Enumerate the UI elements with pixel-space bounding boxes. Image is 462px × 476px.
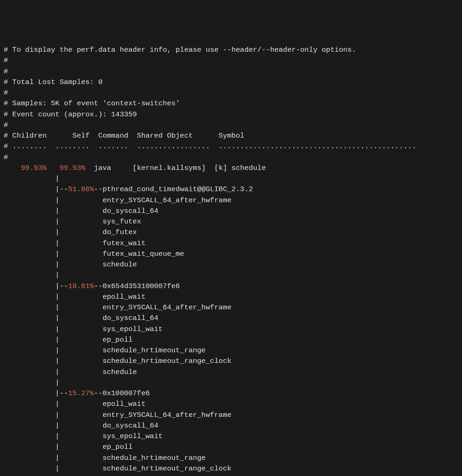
tree-connector: | <box>4 174 458 184</box>
stack-function: do_syscall_64 <box>103 422 158 430</box>
tree-stack-prefix: | <box>4 411 103 419</box>
branch-function: pthread_cond_timedwait@@GLIBC_2.3.2 <box>103 185 253 193</box>
callgraph-stack-entry: | schedule <box>4 367 458 378</box>
callgraph-stack-entry: | do_syscall_64 <box>4 421 458 431</box>
header-line-10: # <box>4 153 8 162</box>
callgraph-stack-entry: | schedule_hrtimeout_range <box>4 453 458 464</box>
header-line-0: # To display the perf.data header info, … <box>4 46 356 54</box>
stack-function: do_futex <box>103 228 137 236</box>
tree-branch-prefix: |-- <box>4 282 68 290</box>
callgraph-stack-entry: | ep_poll <box>4 442 458 452</box>
stack-function: futex_wait <box>103 239 146 247</box>
tree-stack-prefix: | <box>4 464 103 473</box>
header-line-1: # <box>4 56 8 65</box>
header-row: # <box>4 88 458 98</box>
header-line-4: # <box>4 89 8 97</box>
self-pct: 99.93% <box>60 164 85 172</box>
header-row: # Samples: 5K of event 'context-switches… <box>4 98 458 109</box>
header-row: # <box>4 55 458 66</box>
callgraph-stack-entry: | epoll_wait <box>4 292 458 302</box>
callgraph-stack-entry: | entry_SYSCALL_64_after_hwframe <box>4 410 458 421</box>
tree-stack-prefix: | <box>4 314 103 322</box>
header-line-7: # <box>4 121 8 129</box>
tree-stack-prefix: | <box>4 207 103 215</box>
shared-object: [kernel.kallsyms] <box>133 164 206 172</box>
callgraph-stack-entry: | do_syscall_64 <box>4 206 458 217</box>
tree-pipe: | <box>4 271 60 279</box>
tree-branch-prefix: |-- <box>4 389 68 398</box>
branch-pct: 51.86% <box>68 185 94 193</box>
header-line-5: # Samples: 5K of event 'context-switches… <box>4 99 180 108</box>
callgraph-stack-entry: | futex_wait_queue_me <box>4 249 458 259</box>
header-line-3: # Total Lost Samples: 0 <box>4 78 103 86</box>
tree-pipe: | <box>4 175 60 183</box>
tree-stack-prefix: | <box>4 239 103 247</box>
tree-stack-prefix: | <box>4 432 103 440</box>
tree-stack-prefix: | <box>4 346 103 355</box>
stack-function: sys_futex <box>103 217 141 226</box>
tree-connector: | <box>4 378 458 388</box>
callgraph-stack-entry: | epoll_wait <box>4 399 458 410</box>
tree-branch-prefix: |-- <box>4 185 68 193</box>
tree-connector: | <box>4 270 458 281</box>
stack-function: ep_poll <box>103 336 133 344</box>
tree-stack-prefix: | <box>4 303 103 312</box>
header-line-2: # <box>4 67 8 76</box>
children-pct: 99.93% <box>21 164 47 172</box>
callgraph-stack-entry: | sys_epoll_wait <box>4 431 458 442</box>
callgraph-stack-entry: | sys_futex <box>4 217 458 227</box>
tree-stack-prefix: | <box>4 217 103 226</box>
perf-report-output: # To display the perf.data header info, … <box>4 45 458 476</box>
callgraph-stack-entry: | do_futex <box>4 227 458 238</box>
tree-stack-prefix: | <box>4 325 103 333</box>
tree-stack-prefix: | <box>4 400 103 408</box>
callgraph-stack-entry: | entry_SYSCALL_64_after_hwframe <box>4 302 458 313</box>
header-row: # Total Lost Samples: 0 <box>4 77 458 88</box>
stack-function: sys_epoll_wait <box>103 325 163 333</box>
callgraph-branch: |--51.86%--pthread_cond_timedwait@@GLIBC… <box>4 184 458 195</box>
callgraph-stack-entry: | schedule_hrtimeout_range_clock <box>4 464 458 474</box>
stack-function: schedule_hrtimeout_range_clock <box>103 464 231 473</box>
header-row: # Event count (approx.): 143359 <box>4 109 458 120</box>
callgraph-stack-entry: | sys_epoll_wait <box>4 324 458 335</box>
top-sample-row: 99.93% 99.93% java [kernel.kallsyms] [k]… <box>4 163 458 174</box>
tree-pipe: | <box>4 379 60 387</box>
callgraph-stack-entry: | schedule_hrtimeout_range <box>4 345 458 356</box>
tree-stack-prefix: | <box>4 228 103 236</box>
callgraph-stack-entry: | futex_wait <box>4 238 458 249</box>
stack-function: entry_SYSCALL_64_after_hwframe <box>103 411 231 419</box>
stack-function: sys_epoll_wait <box>103 432 163 440</box>
symbol: [k] schedule <box>214 164 266 172</box>
stack-function: do_syscall_64 <box>103 314 158 322</box>
header-row: # ........ ........ ....... ............… <box>4 141 458 152</box>
header-line-8: # Children Self Command Shared Object Sy… <box>4 132 244 140</box>
stack-function: do_syscall_64 <box>103 207 158 215</box>
stack-function: epoll_wait <box>103 400 146 408</box>
stack-function: epoll_wait <box>103 293 146 301</box>
callgraph-stack-entry: | schedule <box>4 259 458 270</box>
tree-stack-prefix: | <box>4 422 103 430</box>
stack-function: schedule_hrtimeout_range_clock <box>103 357 231 365</box>
callgraph-branch: |--15.27%--0x100007fe6 <box>4 388 458 399</box>
tree-stack-prefix: | <box>4 443 103 451</box>
tree-stack-prefix: | <box>4 293 103 301</box>
stack-function: futex_wait_queue_me <box>103 250 184 258</box>
tree-stack-prefix: | <box>4 336 103 344</box>
callgraph-stack-entry: | ep_poll <box>4 335 458 345</box>
header-row: # To display the perf.data header info, … <box>4 45 458 55</box>
callgraph-stack-entry: | schedule <box>4 474 458 476</box>
callgraph-branch: |--18.61%--0x654d353100007fe6 <box>4 281 458 292</box>
header-row: # <box>4 120 458 131</box>
stack-function: schedule <box>103 368 137 376</box>
header-line-6: # Event count (approx.): 143359 <box>4 110 137 119</box>
header-row: # <box>4 66 458 77</box>
branch-function: 0x654d353100007fe6 <box>103 282 180 290</box>
header-line-9: # ........ ........ ....... ............… <box>4 142 416 151</box>
callgraph-stack-entry: | do_syscall_64 <box>4 313 458 324</box>
stack-function: schedule_hrtimeout_range <box>103 454 206 462</box>
stack-function: entry_SYSCALL_64_after_hwframe <box>103 196 231 205</box>
header-row: # Children Self Command Shared Object Sy… <box>4 131 458 141</box>
callgraph-stack-entry: | schedule_hrtimeout_range_clock <box>4 356 458 367</box>
tree-stack-prefix: | <box>4 454 103 462</box>
callgraph-stack-entry: | entry_SYSCALL_64_after_hwframe <box>4 195 458 206</box>
